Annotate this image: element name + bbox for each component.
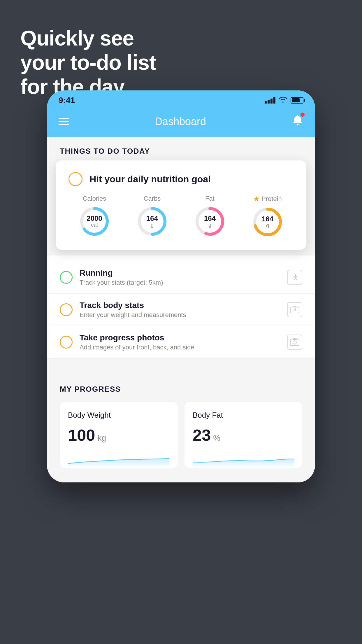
body-stats-text: Track body stats Enter your weight and m… [80,301,280,319]
dashboard-content: THINGS TO DO TODAY Hit your daily nutrit… [47,137,315,482]
headline: Quickly see your to-do list for the day. [20,26,156,99]
phone: 9:41 [47,90,315,482]
wifi-icon [279,96,287,104]
body-fat-value: 23 [193,426,211,444]
scale-icon [287,302,302,317]
calories-unit: cal [87,222,102,228]
status-bar: 9:41 [47,90,315,108]
photos-title: Take progress photos [80,333,280,342]
svg-point-12 [293,341,296,344]
body-weight-value-row: 100 kg [68,426,169,444]
body-fat-title: Body Fat [193,411,294,420]
body-fat-card[interactable]: Body Fat 23 % [184,402,302,468]
protein-unit: g [262,223,273,229]
status-icons [265,96,303,104]
bell-icon[interactable] [292,114,303,129]
running-subtitle: Track your stats (target: 5km) [80,279,280,286]
todo-item-body-stats[interactable]: Track body stats Enter your weight and m… [47,294,315,326]
protein-donut: 164 g [252,206,284,238]
stat-protein: ★ Protein 164 g [252,195,284,238]
running-icon [287,270,302,285]
headline-line2: your to-do list [20,50,156,75]
nutrition-card-header: Hit your daily nutrition goal [68,172,294,186]
calories-value: 2000 [87,215,102,222]
body-fat-value-row: 23 % [193,426,294,444]
body-weight-card[interactable]: Body Weight 100 kg [60,402,178,468]
body-fat-unit: % [213,433,220,443]
fat-label: Fat [205,195,215,202]
svg-point-9 [294,309,296,311]
fat-value: 164 [204,215,216,222]
body-weight-value: 100 [68,426,95,444]
headline-line1: Quickly see [20,26,156,50]
todo-item-photos[interactable]: Take progress photos Add images of your … [47,326,315,358]
running-text: Running Track your stats (target: 5km) [80,268,280,286]
carbs-label: Carbs [144,195,161,202]
protein-label: ★ Protein [253,195,282,203]
header-title: Dashboard [155,116,206,128]
protein-star-icon: ★ [253,195,260,203]
my-progress-section: MY PROGRESS Body Weight 100 kg [47,373,315,474]
nutrition-checkbox[interactable] [68,172,82,186]
body-stats-subtitle: Enter your weight and measurements [80,311,280,319]
fat-donut: 164 g [194,205,226,237]
svg-line-10 [295,308,296,309]
svg-rect-8 [290,307,299,313]
stat-fat: Fat 164 g [194,195,226,238]
body-stats-checkbox[interactable] [60,303,73,316]
nutrition-card[interactable]: Hit your daily nutrition goal Calories [56,160,306,250]
app-header: Dashboard [47,108,315,137]
protein-value: 164 [262,216,273,223]
things-to-do-title: THINGS TO DO TODAY [60,147,302,156]
status-time: 9:41 [59,96,75,105]
phone-wrapper: 9:41 [47,90,315,482]
hamburger-menu-icon[interactable] [59,118,69,125]
body-fat-chart [193,450,294,468]
nutrition-title: Hit your daily nutrition goal [89,174,211,185]
photos-subtitle: Add images of your front, back, and side [80,344,280,351]
signal-icon [265,97,275,104]
body-weight-chart [68,450,169,468]
photo-icon [287,335,302,350]
body-weight-unit: kg [97,433,106,443]
fat-unit: g [204,222,216,228]
calories-label: Calories [83,195,106,202]
calories-donut: 2000 cal [78,205,110,237]
stat-carbs: Carbs 164 g [136,195,168,238]
photos-text: Take progress photos Add images of your … [80,333,280,351]
body-weight-title: Body Weight [68,411,169,420]
carbs-unit: g [146,222,158,228]
todo-list: Running Track your stats (target: 5km) [47,256,315,358]
photos-checkbox[interactable] [60,336,73,349]
running-checkbox[interactable] [60,271,73,284]
my-progress-title: MY PROGRESS [60,385,302,394]
progress-cards-row: Body Weight 100 kg [60,402,302,468]
stat-calories: Calories 2000 cal [78,195,110,238]
carbs-value: 164 [146,215,158,222]
body-stats-title: Track body stats [80,301,280,310]
things-to-do-section: THINGS TO DO TODAY [47,137,315,160]
running-title: Running [80,268,280,278]
todo-item-running[interactable]: Running Track your stats (target: 5km) [47,261,315,294]
nutrition-stats: Calories 2000 cal [68,195,294,238]
carbs-donut: 164 g [136,205,168,237]
svg-rect-11 [290,339,299,346]
battery-icon [291,97,303,104]
